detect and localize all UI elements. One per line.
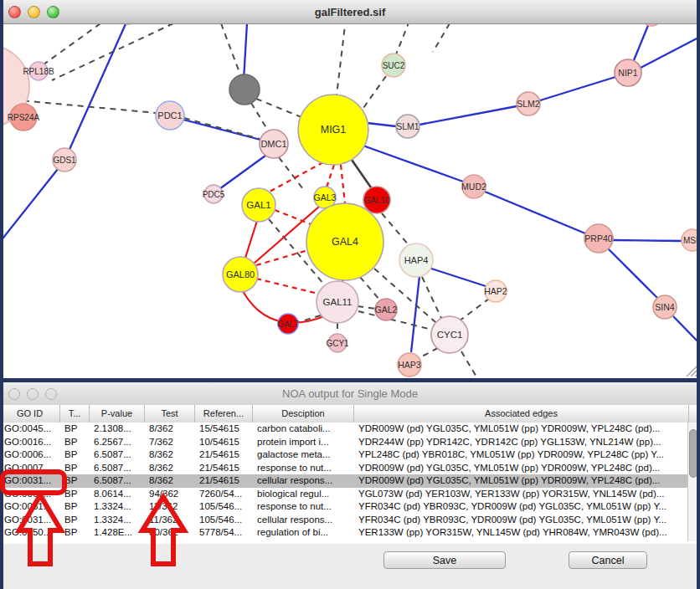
column-header-referen-[interactable]: Referen... [195, 405, 253, 423]
table-row[interactable]: GO:0016...BP6.2567...7/36210/54615protei… [0, 436, 700, 449]
table-row[interactable]: GO:0065...BP8.0614...94/3627260/54...bio… [0, 488, 700, 501]
network-window: RPL18BRPS24AGDS1PDC1MIG1DMC1SUC2SLM1SLM2… [0, 0, 700, 378]
edge-dash[interactable] [360, 277, 380, 300]
node-label-GAL10: GAL10 [363, 196, 390, 205]
network-canvas[interactable]: RPL18BRPS24AGDS1PDC1MIG1DMC1SUC2SLM1SLM2… [0, 0, 700, 378]
column-header-go-id[interactable]: GO ID [0, 405, 60, 423]
column-header-desciption[interactable]: Desciption [253, 405, 354, 423]
edge-blue[interactable] [411, 276, 419, 352]
cell-reference: 10/54615 [195, 436, 253, 449]
cell-associated-edges: YDR009W (pd) YGL035C, YML051W (pp) YDR00… [354, 423, 689, 436]
cell-test: 7/362 [145, 436, 195, 449]
edge-reddash[interactable] [341, 165, 345, 203]
edge-blue[interactable] [219, 156, 265, 189]
node-label-GAL11: GAL11 [323, 297, 353, 307]
edge-blue[interactable] [0, 161, 64, 242]
save-button[interactable]: Save [383, 551, 506, 569]
close-button[interactable] [8, 6, 21, 18]
cell-reference: 21/54615 [195, 462, 253, 475]
close-button[interactable] [8, 388, 20, 400]
node-label-HAP4: HAP4 [404, 255, 429, 265]
minimize-button[interactable] [27, 388, 39, 400]
edge-reddash[interactable] [256, 279, 318, 294]
cell-associated-edges: YGL073W (pd) YER103W, YER133W (pp) YOR31… [354, 488, 689, 501]
cell-description: response to nut... [253, 462, 354, 475]
edge-dash[interactable] [419, 348, 438, 358]
node-label-PRP40: PRP40 [584, 233, 612, 243]
zoom-button[interactable] [47, 6, 59, 18]
cell-type: BP [60, 474, 90, 488]
edge-blue[interactable] [244, 23, 247, 80]
table-row[interactable]: GO:0050...BP1.428E...80/3625778/54...reg… [0, 526, 700, 540]
node-label-GAL80: GAL80 [226, 269, 255, 279]
cell-p-value: 6.5087... [90, 474, 145, 488]
edge-dash[interactable] [40, 23, 100, 67]
table-row[interactable]: GO:0007...BP6.5087...8/36221/54615respon… [0, 462, 700, 475]
edge-red[interactable] [245, 221, 257, 258]
edge-dash[interactable] [382, 213, 409, 246]
cell-associated-edges: YFR034C (pd) YBR093C, YDR009W (pd) YGL03… [354, 514, 689, 527]
cell-type: BP [60, 423, 90, 436]
cell-description: cellular respons... [253, 474, 354, 488]
edge-dark[interactable] [352, 160, 373, 190]
edge-blue[interactable] [429, 268, 486, 286]
edge-blue[interactable] [358, 144, 463, 182]
edge-dash[interactable] [422, 277, 441, 318]
edge-blue[interactable] [64, 18, 128, 161]
edge-blue[interactable] [641, 37, 700, 68]
zoom-button[interactable] [45, 388, 57, 400]
cell-test: 80/362 [145, 526, 195, 540]
edge-dash[interactable] [256, 99, 301, 117]
edge-reddash[interactable] [275, 210, 311, 224]
edge-dash[interactable] [358, 306, 375, 309]
table-row[interactable]: GO:0031...BP1.3324...11/362105/546...cel… [0, 514, 700, 527]
edge-dash[interactable] [359, 76, 386, 114]
edge-reddash[interactable] [327, 165, 334, 187]
node-label-GCY1: GCY1 [326, 339, 349, 348]
network-window-titlebar[interactable]: galFiltered.sif [0, 0, 700, 24]
table-row[interactable]: GO:0006...BP6.5087...8/36221/54615galact… [0, 448, 700, 462]
table-row-selected[interactable]: GO:0031...BP6.5087...8/36221/54615cellul… [0, 474, 700, 488]
column-header-p-value[interactable]: P-value [90, 405, 145, 423]
edge-blue[interactable] [634, 23, 649, 60]
cell-description: regulation of bi... [253, 526, 354, 540]
cell-type: BP [60, 500, 90, 514]
column-header-t-[interactable]: T... [60, 405, 90, 423]
node-unlabeled[interactable] [229, 74, 260, 105]
edge-dash[interactable] [337, 18, 346, 95]
edge-reddash[interactable] [270, 162, 323, 192]
edge-dash[interactable] [52, 23, 173, 80]
cancel-button[interactable]: Cancel [569, 551, 647, 569]
edge-blue[interactable] [608, 248, 657, 298]
cell-type: BP [60, 514, 90, 527]
node-label-NIP1: NIP1 [618, 68, 638, 78]
edge-blue[interactable] [485, 192, 585, 233]
table-row[interactable]: GO:0031...BP1.3324...11/362105/546...res… [0, 500, 700, 514]
cell-description: protein import i... [253, 436, 354, 449]
edge-dash[interactable] [396, 21, 409, 54]
node-label-SLM1: SLM1 [396, 121, 419, 131]
cell-type: BP [60, 436, 90, 449]
edge-dash[interactable] [184, 118, 260, 139]
edge-blue[interactable] [419, 106, 517, 125]
edge-dash[interactable] [221, 23, 241, 77]
minimize-button[interactable] [28, 6, 40, 18]
noa-panel-title: NOA output for Single Mode [0, 387, 700, 400]
cell-description: response to nut... [253, 500, 354, 514]
cell-reference: 21/54615 [195, 474, 253, 488]
edge-dash[interactable] [251, 103, 268, 131]
edge-dash[interactable] [433, 23, 450, 52]
edge-blue[interactable] [613, 240, 682, 241]
edge-blue[interactable] [540, 77, 615, 100]
column-header-test[interactable]: Test [145, 405, 195, 423]
edge-dash[interactable] [461, 351, 477, 378]
edge-dash[interactable] [459, 299, 489, 321]
node-label-RPS24A: RPS24A [8, 113, 40, 122]
edge-reddash[interactable] [256, 250, 308, 265]
column-header-associated-edges[interactable]: Associated edges [354, 405, 689, 423]
cell-test: 11/362 [145, 514, 195, 527]
cell-associated-edges: YDR009W (pd) YGL035C, YML051W (pp) YDR00… [354, 474, 689, 488]
table-row[interactable]: GO:0045...BP2.1308...8/36215/54615carbon… [0, 423, 700, 436]
cell-go-id: GO:0007... [0, 462, 60, 475]
noa-panel-titlebar[interactable]: NOA output for Single Mode [0, 382, 700, 406]
